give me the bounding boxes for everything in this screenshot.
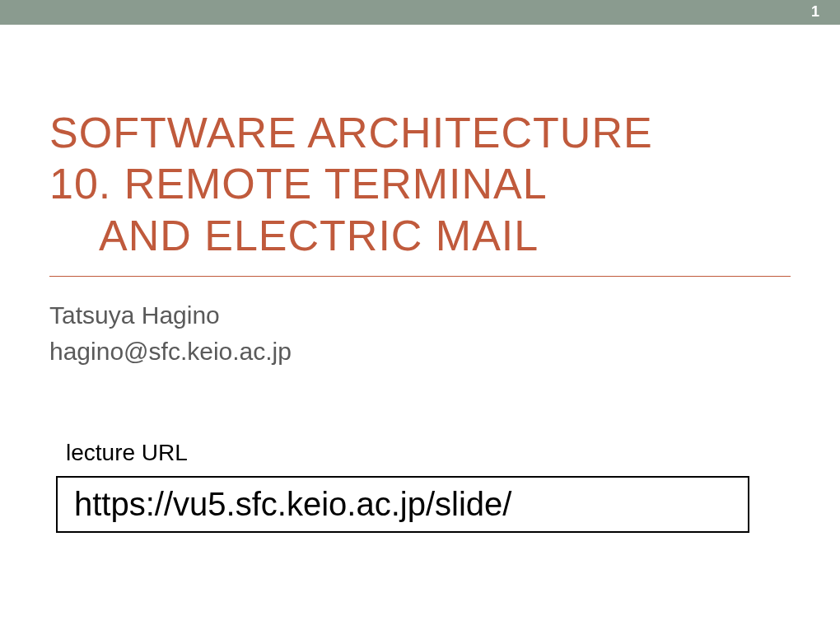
title-line-1: SOFTWARE ARCHITECTURE xyxy=(49,107,791,158)
slide-content: SOFTWARE ARCHITECTURE 10. REMOTE TERMINA… xyxy=(0,25,840,533)
title-line-3: AND ELECTRIC MAIL xyxy=(49,210,791,261)
author-name: Tatsuya Hagino xyxy=(49,301,791,329)
page-number: 1 xyxy=(811,3,819,21)
title-divider xyxy=(49,276,791,277)
url-label: lecture URL xyxy=(49,440,791,466)
slide-title: SOFTWARE ARCHITECTURE 10. REMOTE TERMINA… xyxy=(49,107,791,261)
author-email: hagino@sfc.keio.ac.jp xyxy=(49,338,791,366)
url-text: https://vu5.sfc.keio.ac.jp/slide/ xyxy=(74,486,511,522)
header-bar: 1 xyxy=(0,0,840,25)
title-line-2: 10. REMOTE TERMINAL xyxy=(49,158,791,209)
url-box: https://vu5.sfc.keio.ac.jp/slide/ xyxy=(56,476,749,533)
